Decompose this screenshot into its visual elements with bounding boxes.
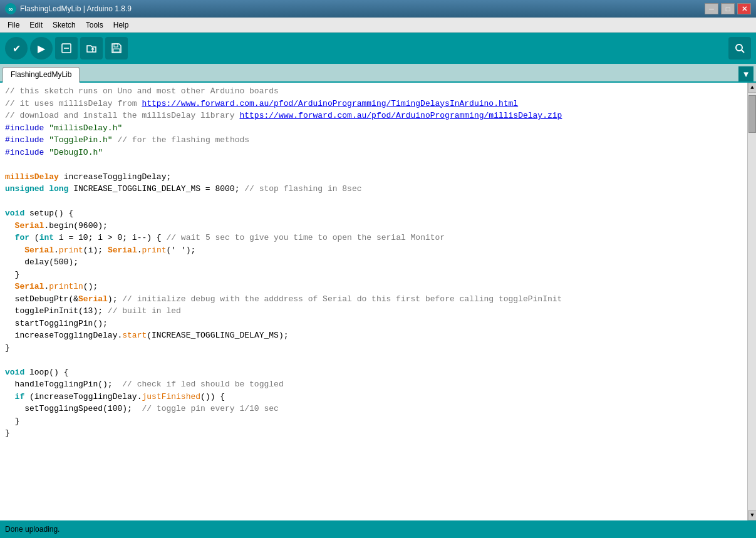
verify-button[interactable]: ✔	[5, 37, 28, 59]
upload-button[interactable]: ▶	[30, 37, 53, 59]
menu-file[interactable]: File	[3, 19, 24, 31]
scroll-up-arrow[interactable]: ▲	[748, 83, 756, 93]
scroll-thumb[interactable]	[748, 95, 756, 133]
title-bar-text: FlashingLedMyLib | Arduino 1.8.9	[20, 4, 132, 13]
tab-flashingledmylib[interactable]: FlashingLedMyLib	[3, 67, 80, 83]
tab-dropdown-button[interactable]: ▼	[738, 66, 753, 81]
editor-container: // this sketch runs on Uno and most othe…	[0, 83, 756, 520]
toolbar-right	[728, 37, 751, 59]
svg-line-6	[742, 50, 744, 53]
status-bar: Done uploading.	[0, 520, 756, 538]
open-button[interactable]	[80, 37, 103, 59]
title-bar: ∞ FlashingLedMyLib | Arduino 1.8.9 ─ □ ✕	[0, 0, 756, 18]
maximize-button[interactable]: □	[721, 3, 735, 14]
svg-rect-4	[113, 49, 120, 52]
window-controls[interactable]: ─ □ ✕	[705, 3, 751, 14]
menu-help[interactable]: Help	[108, 19, 134, 31]
code-editor[interactable]: // this sketch runs on Uno and most othe…	[0, 83, 747, 520]
app-logo: ∞	[5, 3, 16, 14]
menu-sketch[interactable]: Sketch	[48, 19, 81, 31]
toolbar: ✔ ▶	[0, 33, 756, 64]
vertical-scrollbar[interactable]: ▲ ▼	[747, 83, 756, 520]
new-button[interactable]	[55, 37, 78, 59]
status-text: Done uploading.	[5, 525, 60, 534]
svg-point-5	[736, 44, 742, 51]
minimize-button[interactable]: ─	[705, 3, 718, 14]
tab-bar: FlashingLedMyLib ▼	[0, 64, 756, 83]
menu-bar: File Edit Sketch Tools Help	[0, 18, 756, 33]
title-bar-left: ∞ FlashingLedMyLib | Arduino 1.8.9	[5, 3, 132, 14]
close-button[interactable]: ✕	[737, 3, 751, 14]
scroll-down-arrow[interactable]: ▼	[748, 510, 756, 520]
save-button[interactable]	[105, 37, 128, 59]
search-button[interactable]	[728, 37, 751, 59]
menu-edit[interactable]: Edit	[24, 19, 48, 31]
menu-tools[interactable]: Tools	[81, 19, 108, 31]
